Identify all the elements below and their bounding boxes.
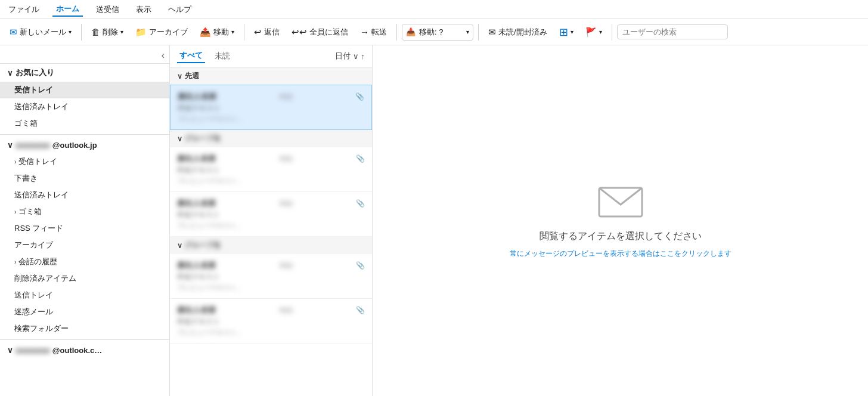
reply-all-button[interactable]: ↩↩ 全員に返信 — [287, 24, 353, 40]
account1-section-header[interactable]: ∨ xxxxxxxx @outlook.jp — [0, 137, 169, 153]
unread-label: 未読/開封済み — [498, 27, 547, 38]
email-subject-5: 件名テキスト — [177, 317, 365, 327]
account1-inbox-chevron-icon: › — [14, 159, 16, 165]
apps-chevron-icon[interactable]: ▾ — [571, 29, 574, 35]
new-mail-icon: ✉ — [10, 27, 17, 38]
favorites-section-header[interactable]: ∨ お気に入り — [0, 64, 169, 82]
account1-domain: @outlook.jp — [52, 141, 97, 150]
delete-chevron-icon[interactable]: ▾ — [120, 29, 123, 35]
email-item-3[interactable]: 差出人名前 時刻 📎 件名テキスト プレビューテキスト... — [170, 192, 372, 237]
move-to-icon: 📥 — [406, 27, 416, 36]
sidebar-item-account1-archive[interactable]: アーカイブ — [0, 237, 169, 253]
group-3-label: グループ名 — [185, 240, 221, 250]
sidebar-item-account1-search[interactable]: 検索フォルダー — [0, 320, 169, 337]
move-button[interactable]: 📤 移動 ▾ — [195, 24, 239, 40]
move-chevron-icon[interactable]: ▾ — [231, 29, 234, 35]
sidebar: ‹ ∨ お気に入り 受信トレイ 送信済みトレイ ゴミ箱 ∨ xxxxxxxx @… — [0, 45, 170, 396]
sidebar-item-trash-favorites[interactable]: ゴミ箱 — [0, 115, 169, 132]
email-item-1[interactable]: 差出人名前 時刻 📎 件名テキスト プレビューテキスト... — [170, 85, 372, 130]
email-preview-5: プレビューテキスト... — [177, 328, 365, 337]
main-layout: ‹ ∨ お気に入り 受信トレイ 送信済みトレイ ゴミ箱 ∨ xxxxxxxx @… — [0, 45, 868, 396]
apps-button[interactable]: ⊞ ▾ — [554, 23, 578, 41]
separator-3 — [396, 24, 397, 41]
group-last-week[interactable]: ∨ 先週 — [170, 67, 372, 85]
forward-button[interactable]: → 転送 — [355, 24, 392, 40]
account1-chevron-icon: ∨ — [7, 141, 13, 150]
email-preview-1: プレビューテキスト... — [178, 115, 364, 123]
account2-name: xxxxxxxx — [16, 346, 50, 355]
email-time-5: 時刻 — [280, 306, 293, 315]
sidebar-item-account1-outbox[interactable]: 送信トレイ — [0, 287, 169, 304]
reply-all-icon: ↩↩ — [292, 27, 307, 38]
email-item-4[interactable]: 差出人名前 時刻 📎 件名テキスト プレビューテキスト... — [170, 254, 372, 299]
move-to-dropdown[interactable]: 📥 移動: ? ▾ — [402, 24, 473, 41]
flag-button[interactable]: 🚩 ▾ — [581, 24, 607, 40]
account1-trash-label: ゴミ箱 — [18, 207, 42, 216]
flag-icon: 🚩 — [585, 27, 597, 38]
email-sender-4: 差出人名前 — [177, 260, 216, 271]
account1-history-label: 会話の履歴 — [18, 257, 57, 266]
account2-chevron-icon: ∨ — [7, 346, 13, 355]
delete-label: 削除 — [103, 27, 118, 38]
menu-view[interactable]: 表示 — [132, 3, 155, 16]
reading-pane-preview-link[interactable]: 常にメッセージのプレビューを表示する場合はここをクリックします — [510, 249, 731, 259]
email-time-3: 時刻 — [280, 199, 293, 208]
sidebar-item-account1-drafts[interactable]: 下書き — [0, 170, 169, 187]
apps-icon: ⊞ — [559, 26, 568, 39]
account2-domain: @outlook.c… — [52, 346, 102, 355]
unread-button[interactable]: ✉ 未読/開封済み — [483, 24, 552, 40]
separator-5 — [612, 24, 612, 41]
sidebar-item-sent-favorites[interactable]: 送信済みトレイ — [0, 98, 169, 115]
reply-button[interactable]: ↩ 返信 — [249, 24, 284, 40]
menu-home[interactable]: ホーム — [52, 2, 83, 17]
reading-pane-envelope-icon — [597, 183, 644, 221]
archive-icon: 📁 — [135, 27, 147, 38]
user-search-input[interactable] — [617, 24, 728, 39]
sidebar-item-account1-history[interactable]: › 会話の履歴 — [0, 253, 169, 270]
group-2-label: グループ名 — [185, 134, 221, 144]
sidebar-item-account1-sent[interactable]: 送信済みトレイ — [0, 187, 169, 203]
delete-button[interactable]: 🗑 削除 ▾ — [86, 24, 128, 40]
new-mail-chevron-icon[interactable]: ▾ — [69, 29, 72, 35]
tab-all[interactable]: すべて — [177, 49, 205, 63]
sidebar-collapse-button[interactable]: ‹ — [162, 50, 165, 61]
group-2[interactable]: ∨ グループ名 — [170, 130, 372, 147]
email-sender-5: 差出人名前 — [177, 305, 216, 315]
account2-section-header[interactable]: ∨ xxxxxxxx @outlook.c… — [0, 342, 169, 358]
email-subject-3: 件名テキスト — [177, 210, 365, 220]
email-item-2[interactable]: 差出人名前 時刻 📎 件名テキスト プレビューテキスト... — [170, 147, 372, 192]
sidebar-item-account1-trash[interactable]: › ゴミ箱 — [0, 203, 169, 220]
archive-button[interactable]: 📁 アーカイブ — [131, 24, 193, 40]
email-item-5[interactable]: 差出人名前 時刻 📎 件名テキスト プレビューテキスト... — [170, 299, 372, 344]
email-attachment-icon-4: 📎 — [356, 261, 365, 270]
sidebar-item-inbox-favorites[interactable]: 受信トレイ — [0, 82, 169, 98]
group-3[interactable]: ∨ グループ名 — [170, 237, 372, 254]
separator-1 — [81, 24, 82, 41]
tab-unread[interactable]: 未読 — [212, 50, 232, 63]
menu-file[interactable]: ファイル — [5, 3, 43, 16]
move-label: 移動 — [213, 27, 229, 38]
menu-send-receive[interactable]: 送受信 — [92, 3, 123, 16]
sidebar-item-account1-rss[interactable]: RSS フィード — [0, 220, 169, 237]
sort-control[interactable]: 日付 ∨ ↑ — [335, 51, 365, 61]
email-attachment-icon-2: 📎 — [356, 154, 365, 163]
email-list-tabs: すべて 未読 日付 ∨ ↑ — [170, 45, 372, 67]
email-preview-2: プレビューテキスト... — [177, 177, 365, 185]
menu-help[interactable]: ヘルプ — [165, 3, 195, 16]
account1-name: xxxxxxxx — [16, 141, 50, 150]
sort-asc-icon: ↑ — [361, 52, 365, 61]
sidebar-item-account1-inbox[interactable]: › 受信トレイ — [0, 153, 169, 170]
group-last-week-chevron-icon: ∨ — [177, 72, 182, 81]
sidebar-item-account1-junk[interactable]: 迷惑メール — [0, 304, 169, 320]
account1-inbox-label: 受信トレイ — [18, 157, 57, 166]
sidebar-item-account1-deleted[interactable]: 削除済みアイテム — [0, 270, 169, 287]
account1-history-chevron-icon: › — [14, 259, 16, 265]
unread-icon: ✉ — [488, 27, 496, 38]
favorites-chevron-icon: ∨ — [7, 69, 13, 78]
new-mail-button[interactable]: ✉ 新しいメール ▾ — [5, 24, 76, 40]
toolbar: ✉ 新しいメール ▾ 🗑 削除 ▾ 📁 アーカイブ 📤 移動 ▾ ↩ 返信 ↩↩… — [0, 19, 868, 45]
email-subject-1: 件名テキスト — [178, 103, 364, 113]
email-attachment-icon-1: 📎 — [355, 92, 364, 101]
flag-chevron-icon[interactable]: ▾ — [599, 29, 602, 35]
sort-label: 日付 — [335, 51, 351, 61]
